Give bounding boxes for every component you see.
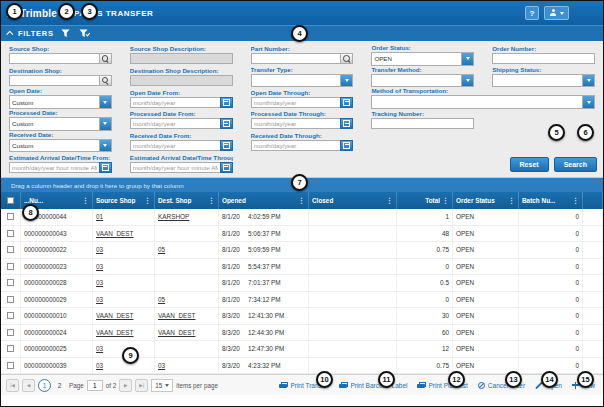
order-status-select[interactable]: OPEN: [371, 52, 474, 66]
received-date-from-input[interactable]: [130, 140, 220, 151]
destination-shop-input[interactable]: [9, 75, 99, 86]
open-date-select[interactable]: Custom: [9, 95, 112, 109]
table-row[interactable]: 000000000028 03 8/1/207:01:37 PM 0.5 OPE…: [1, 275, 603, 292]
processed-date-select[interactable]: Custom: [9, 117, 112, 131]
source-shop-link[interactable]: 01: [96, 213, 103, 220]
row-checkbox[interactable]: [7, 345, 14, 352]
received-date-through-input[interactable]: [251, 140, 341, 151]
column-menu-icon[interactable]: ⋮: [208, 197, 215, 205]
reset-button[interactable]: Reset: [510, 157, 549, 172]
prev-page-button[interactable]: [22, 379, 35, 392]
filters-title[interactable]: FILTERS: [18, 29, 54, 38]
source-shop-link[interactable]: VAAN_DEST: [96, 230, 134, 237]
source-shop-link[interactable]: VAAN_DEST: [96, 329, 134, 336]
received-date-select[interactable]: Custom: [9, 139, 112, 153]
collapse-filters-icon[interactable]: [6, 31, 13, 38]
column-menu-icon[interactable]: ⋮: [144, 197, 151, 205]
shipping-status-select[interactable]: [492, 74, 595, 88]
processed-date-from-input[interactable]: [130, 118, 220, 129]
row-checkbox[interactable]: [7, 312, 14, 319]
saved-filters-button[interactable]: [78, 28, 92, 40]
received-date-from-calendar-button[interactable]: [220, 140, 233, 151]
processed-date-through-calendar-button[interactable]: [340, 118, 353, 129]
user-menu-button[interactable]: [544, 6, 569, 20]
column-header-dest[interactable]: Dest. Shop⋮: [155, 192, 219, 209]
table-row[interactable]: 000000000022 03 05 8/1/205:09:59 PM 0.75…: [1, 242, 603, 259]
column-header-status[interactable]: Order Status⋮: [453, 192, 519, 209]
table-row[interactable]: 000000000025 03 8/3/2012:47:30 PM 12 OPE…: [1, 341, 603, 358]
row-checkbox[interactable]: [7, 213, 14, 220]
part-number-input[interactable]: [251, 53, 341, 64]
tracking-number-input[interactable]: [371, 118, 474, 129]
open-date-from-input[interactable]: [130, 97, 220, 108]
open-date-from-calendar-button[interactable]: [220, 97, 233, 108]
eta-from-input[interactable]: [9, 162, 99, 173]
search-button[interactable]: Search: [554, 157, 597, 172]
transfer-method-select[interactable]: [371, 74, 474, 88]
eta-through-calendar-button[interactable]: [220, 162, 233, 173]
page-button-2[interactable]: 2: [53, 379, 66, 392]
dest-shop-link[interactable]: 05: [158, 296, 165, 303]
method-of-transportation-select[interactable]: [371, 95, 595, 109]
last-page-button[interactable]: [135, 379, 148, 392]
source-shop-link[interactable]: 03: [96, 246, 103, 253]
table-row[interactable]: 000000000029 03 05 8/1/207:34:12 PM 0 OP…: [1, 292, 603, 309]
open-date-through-calendar-button[interactable]: [340, 97, 353, 108]
column-header-closed[interactable]: Closed⋮: [309, 192, 397, 209]
column-header-source[interactable]: Source Shop⋮: [93, 192, 155, 209]
row-checkbox[interactable]: [7, 263, 14, 270]
row-checkbox[interactable]: [7, 362, 14, 369]
row-checkbox[interactable]: [7, 230, 14, 237]
dest-shop-link[interactable]: VAAN_DEST: [158, 312, 196, 319]
row-checkbox[interactable]: [7, 329, 14, 336]
eta-through-input[interactable]: [130, 162, 220, 173]
destination-shop-lookup-button[interactable]: [99, 75, 112, 86]
row-checkbox[interactable]: [7, 279, 14, 286]
open-date-through-input[interactable]: [251, 97, 341, 108]
help-button[interactable]: ?: [525, 6, 539, 20]
table-row[interactable]: 000000000010 VAAN_DEST VAAN_DEST 8/3/201…: [1, 308, 603, 325]
part-number-lookup-button[interactable]: [340, 53, 353, 64]
dest-shop-link[interactable]: VAAN_DEST: [158, 329, 196, 336]
table-row[interactable]: 000000000044 01 KARSHOP 8/1/204:02:59 PM…: [1, 209, 603, 226]
column-menu-icon[interactable]: ⋮: [298, 197, 305, 205]
column-menu-icon[interactable]: ⋮: [508, 197, 515, 205]
source-shop-link[interactable]: VAAN_DEST: [96, 312, 134, 319]
print-barcode-label-button[interactable]: Print Barcode Label: [339, 382, 407, 389]
source-shop-lookup-button[interactable]: [99, 53, 112, 64]
column-header-opened[interactable]: Opened⋮: [219, 192, 309, 209]
page-button-1[interactable]: 1: [38, 379, 51, 392]
eta-from-calendar-button[interactable]: [99, 162, 112, 173]
source-shop-input[interactable]: [9, 53, 99, 64]
page-size-select[interactable]: 15: [151, 379, 173, 392]
column-menu-icon[interactable]: ⋮: [572, 197, 579, 205]
row-checkbox[interactable]: [7, 246, 14, 253]
next-page-button[interactable]: [119, 379, 132, 392]
select-all-checkbox[interactable]: [7, 197, 14, 204]
table-row[interactable]: 000000000023 03 8/1/205:54:37 PM 0 OPEN …: [1, 259, 603, 276]
dest-shop-link[interactable]: 03: [158, 362, 165, 369]
row-checkbox[interactable]: [7, 296, 14, 303]
table-row[interactable]: 000000000043 VAAN_DEST 8/1/205:06:37 PM …: [1, 226, 603, 243]
source-shop-link[interactable]: 03: [96, 263, 103, 270]
transfer-type-select[interactable]: [251, 74, 354, 88]
column-header-total[interactable]: Total⋮: [397, 192, 453, 209]
table-row[interactable]: 000000000024 VAAN_DEST VAAN_DEST 8/3/201…: [1, 325, 603, 342]
source-shop-link[interactable]: 03: [96, 362, 103, 369]
column-header-batch[interactable]: Batch Nu...⋮: [519, 192, 583, 209]
first-page-button[interactable]: [6, 379, 19, 392]
source-shop-link[interactable]: 03: [96, 296, 103, 303]
dest-shop-link[interactable]: 05: [158, 246, 165, 253]
column-menu-icon[interactable]: ⋮: [82, 197, 89, 205]
source-shop-link[interactable]: 03: [96, 345, 103, 352]
column-menu-icon[interactable]: ⋮: [386, 197, 393, 205]
source-shop-link[interactable]: 03: [96, 279, 103, 286]
processed-date-from-calendar-button[interactable]: [220, 118, 233, 129]
page-number-input[interactable]: [87, 380, 103, 391]
order-number-input[interactable]: [492, 53, 595, 64]
clear-filters-button[interactable]: [59, 28, 73, 40]
column-menu-icon[interactable]: ⋮: [442, 197, 449, 205]
processed-date-through-input[interactable]: [251, 118, 341, 129]
received-date-through-calendar-button[interactable]: [340, 140, 353, 151]
dest-shop-link[interactable]: KARSHOP: [158, 213, 189, 220]
